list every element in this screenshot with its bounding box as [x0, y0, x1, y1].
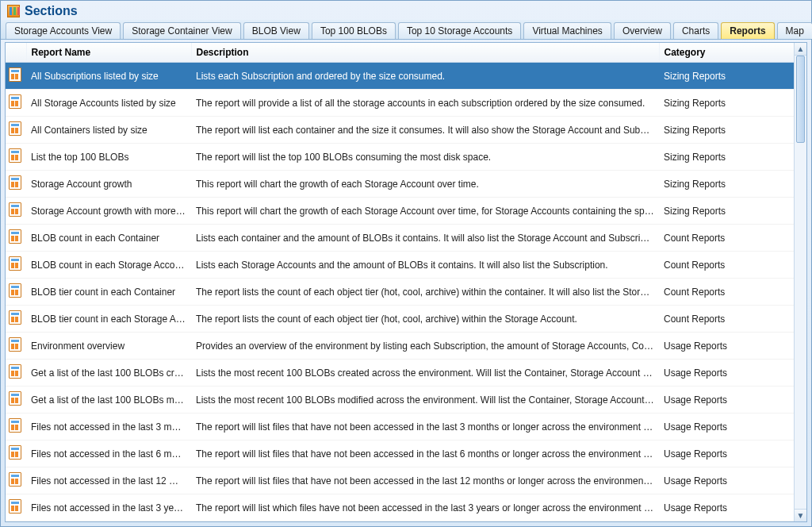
- report-name: Files not accessed in the last 3 month..…: [26, 414, 191, 440]
- table-row[interactable]: Get a list of the last 100 BLOBs modifie…: [6, 387, 794, 414]
- report-category: Sizing Reports: [659, 198, 794, 225]
- header-row: Report Name Description Category: [6, 43, 794, 63]
- report-description: The report will list each container and …: [191, 117, 659, 144]
- table-row[interactable]: All Subscriptions listed by sizeLists ea…: [6, 63, 794, 90]
- report-category: Sizing Reports: [659, 144, 794, 171]
- report-icon: [6, 90, 26, 117]
- report-name: Files not accessed in the last 3 years .…: [26, 494, 191, 521]
- report-name: BLOB tier count in each Storage Acco...: [26, 306, 191, 333]
- section-tabs: Storage Accounts ViewStorage Container V…: [1, 20, 811, 40]
- table-row[interactable]: Environment overviewProvides an overview…: [6, 333, 794, 360]
- report-icon: [6, 198, 26, 225]
- report-description: The report lists the count of each objec…: [191, 306, 659, 333]
- report-category: Sizing Reports: [659, 63, 794, 90]
- tab-virtual-machines[interactable]: Virtual Machines: [523, 22, 611, 39]
- table-row[interactable]: Files not accessed in the last 3 years .…: [6, 494, 794, 521]
- table-row[interactable]: Get a list of the last 100 BLOBs created…: [6, 360, 794, 387]
- tab-top-100-blobs[interactable]: Top 100 BLOBs: [312, 22, 396, 39]
- tab-storage-container-view[interactable]: Storage Container View: [123, 22, 241, 39]
- scroll-up-icon[interactable]: ▲: [795, 43, 806, 56]
- report-name: BLOB count in each Storage Account: [26, 252, 191, 279]
- report-category: Usage Reports: [659, 494, 794, 521]
- report-category: Count Reports: [659, 225, 794, 252]
- header-report-name[interactable]: Report Name: [26, 43, 191, 63]
- report-name: Storage Account growth with more tha...: [26, 198, 191, 225]
- report-category: Sizing Reports: [659, 90, 794, 117]
- report-icon: [6, 333, 26, 360]
- report-description: Provides an overview of the environment …: [191, 333, 659, 360]
- report-icon: [6, 440, 26, 467]
- tab-top-10-storage-accounts[interactable]: Top 10 Storage Accounts: [398, 22, 521, 39]
- reports-table: Report Name Description Category All Sub…: [6, 43, 794, 521]
- report-category: Count Reports: [659, 252, 794, 279]
- window-title: Sections: [25, 4, 78, 18]
- report-icon-glyph: [9, 310, 21, 325]
- report-description: This report will chart the growth of eac…: [191, 171, 659, 198]
- table-row[interactable]: BLOB tier count in each ContainerThe rep…: [6, 279, 794, 306]
- report-icon: [6, 360, 26, 387]
- table-row[interactable]: List the top 100 BLOBsThe report will li…: [6, 144, 794, 171]
- table-row[interactable]: Files not accessed in the last 12 mont..…: [6, 467, 794, 494]
- report-icon-glyph: [9, 472, 21, 487]
- tab-reports[interactable]: Reports: [721, 22, 774, 39]
- header-category[interactable]: Category: [659, 43, 794, 63]
- report-name: BLOB count in each Container: [26, 225, 191, 252]
- report-category: Usage Reports: [659, 333, 794, 360]
- table-row[interactable]: All Containers listed by sizeThe report …: [6, 117, 794, 144]
- tab-map[interactable]: Map: [777, 22, 812, 39]
- report-description: This report will chart the growth of eac…: [191, 198, 659, 225]
- titlebar: Sections: [1, 1, 811, 20]
- tab-charts[interactable]: Charts: [673, 22, 718, 39]
- report-name: Files not accessed in the last 12 mont..…: [26, 467, 191, 494]
- report-icon-glyph: [9, 364, 21, 379]
- scrollbar-thumb[interactable]: [796, 56, 805, 143]
- report-icon-glyph: [9, 67, 21, 82]
- report-name: All Storage Accounts listed by size: [26, 90, 191, 117]
- report-icon: [6, 387, 26, 414]
- scrollbar[interactable]: ▲ ▼: [794, 43, 806, 521]
- report-icon-glyph: [9, 499, 21, 514]
- header-description[interactable]: Description: [191, 43, 659, 63]
- report-icon: [6, 117, 26, 144]
- table-row[interactable]: Storage Account growthThis report will c…: [6, 171, 794, 198]
- sections-icon: [7, 5, 20, 17]
- tab-overview[interactable]: Overview: [614, 22, 671, 39]
- report-description: The report will list files that have not…: [191, 440, 659, 467]
- report-category: Usage Reports: [659, 467, 794, 494]
- report-category: Count Reports: [659, 306, 794, 333]
- report-description: Lists the most recent 100 BLOBs modified…: [191, 387, 659, 414]
- report-description: Lists each container and the amount of B…: [191, 225, 659, 252]
- report-name: Storage Account growth: [26, 171, 191, 198]
- report-icon-glyph: [9, 229, 21, 244]
- table-row[interactable]: All Storage Accounts listed by sizeThe r…: [6, 90, 794, 117]
- scroll-down-icon[interactable]: ▼: [795, 509, 806, 521]
- table-row[interactable]: Files not accessed in the last 3 month..…: [6, 414, 794, 440]
- table-row[interactable]: BLOB tier count in each Storage Acco...T…: [6, 306, 794, 333]
- report-description: The report will list files that have not…: [191, 467, 659, 494]
- report-icon: [6, 171, 26, 198]
- report-description: Lists each Subscription and ordered by t…: [191, 63, 659, 90]
- report-description: Lists each Storage Accounts and the amou…: [191, 252, 659, 279]
- report-name: Get a list of the last 100 BLOBs modifie…: [26, 387, 191, 414]
- report-icon-glyph: [9, 391, 21, 406]
- report-icon-glyph: [9, 337, 21, 352]
- report-name: Files not accessed in the last 6 month..…: [26, 440, 191, 467]
- report-icon-glyph: [9, 202, 21, 217]
- table-row[interactable]: Files not accessed in the last 6 month..…: [6, 440, 794, 467]
- report-category: Usage Reports: [659, 440, 794, 467]
- header-icon[interactable]: [6, 43, 26, 63]
- report-name: BLOB tier count in each Container: [26, 279, 191, 306]
- table-row[interactable]: BLOB count in each Storage AccountLists …: [6, 252, 794, 279]
- report-icon-glyph: [9, 175, 21, 190]
- report-description: The report will list the top 100 BLOBs c…: [191, 144, 659, 171]
- table-row[interactable]: BLOB count in each ContainerLists each c…: [6, 225, 794, 252]
- table-row[interactable]: Storage Account growth with more tha...T…: [6, 198, 794, 225]
- grid-scroll[interactable]: Report Name Description Category All Sub…: [6, 43, 794, 521]
- tab-storage-accounts-view[interactable]: Storage Accounts View: [6, 22, 121, 39]
- report-icon: [6, 63, 26, 90]
- tab-blob-view[interactable]: BLOB View: [243, 22, 309, 39]
- report-name: All Containers listed by size: [26, 117, 191, 144]
- report-name: Environment overview: [26, 333, 191, 360]
- report-icon-glyph: [9, 121, 21, 136]
- report-description: The report will list files that have not…: [191, 414, 659, 440]
